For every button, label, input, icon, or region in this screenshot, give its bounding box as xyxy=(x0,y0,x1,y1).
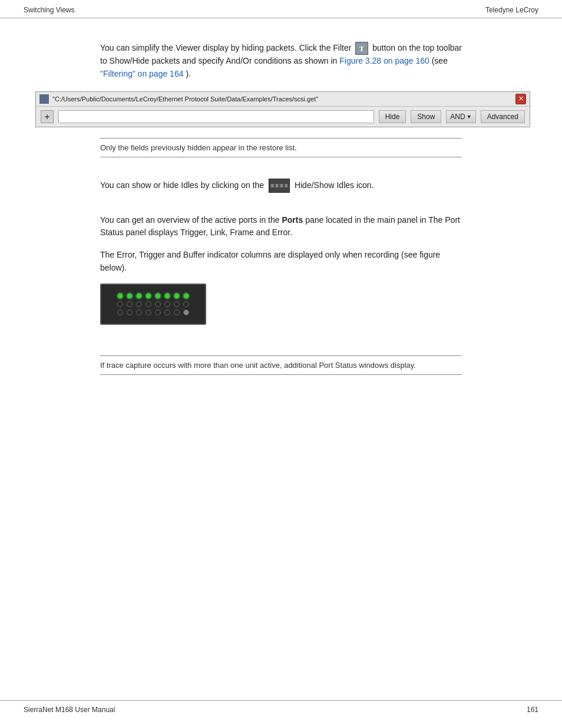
footer-right: 161 xyxy=(527,706,538,714)
filter-and-label: AND xyxy=(450,113,465,121)
filter-and-arrow: ▼ xyxy=(467,114,472,120)
filter-close-button[interactable]: ✕ xyxy=(515,94,526,104)
para2-before: You can show or hide Idles by clicking o… xyxy=(100,180,266,189)
main-content: You can simplify the Viewer display by h… xyxy=(0,18,562,396)
port-row-green xyxy=(117,293,189,299)
port-dot xyxy=(164,301,170,307)
para1-text-before: You can simplify the Viewer display by h… xyxy=(100,43,353,52)
port-dot xyxy=(127,293,133,299)
port-dot xyxy=(127,309,133,315)
hide-show-idles-icon xyxy=(269,179,290,193)
para1-end: ). xyxy=(186,69,191,78)
paragraph-4: The Error, Trigger and Buffer indicator … xyxy=(100,249,462,274)
para4-text: The Error, Trigger and Buffer indicator … xyxy=(100,250,440,272)
header-left: Switching Views xyxy=(24,6,74,14)
port-dot xyxy=(136,301,142,307)
note-2-text: If trace capture occurs with more than o… xyxy=(100,361,416,370)
filter-advanced-button[interactable]: Advanced xyxy=(481,110,525,123)
note-1: Only the fields previously hidden appear… xyxy=(100,138,462,157)
port-dot xyxy=(117,301,123,307)
filter-input-area[interactable] xyxy=(58,110,374,123)
port-row-empty-2 xyxy=(117,309,189,315)
filter-and-dropdown[interactable]: AND ▼ xyxy=(446,110,475,123)
port-row-empty-1 xyxy=(117,301,189,307)
port-dot xyxy=(117,293,123,299)
filter-toolbar-screenshot: "C:/Users/Public/Documents/LeCroy/Ethern… xyxy=(35,91,530,127)
port-dot xyxy=(164,309,170,315)
filter-plus-button[interactable]: + xyxy=(41,110,54,123)
footer-left: SierraNet M168 User Manual xyxy=(24,706,115,714)
port-status-image xyxy=(100,284,206,325)
filter-show-button[interactable]: Show xyxy=(411,110,441,123)
port-dot xyxy=(146,301,151,307)
page-footer: SierraNet M168 User Manual 161 xyxy=(0,700,562,714)
paragraph-1: You can simplify the Viewer display by h… xyxy=(100,42,462,81)
note-2: If trace capture occurs with more than o… xyxy=(100,355,462,375)
port-dot-small xyxy=(183,309,189,315)
filter-icon-inline: T xyxy=(355,42,368,55)
page-header: Switching Views Teledyne LeCroy xyxy=(0,0,562,18)
para1-mid: (see xyxy=(432,56,448,65)
filter-title-text: "C:/Users/Public/Documents/LeCroy/Ethern… xyxy=(52,95,318,103)
filter-title-bar: "C:/Users/Public/Documents/LeCroy/Ethern… xyxy=(36,92,530,107)
paragraph-2: You can show or hide Idles by clicking o… xyxy=(100,179,462,193)
port-dot xyxy=(136,309,142,315)
filtering-link[interactable]: "Filtering" on page 164 xyxy=(100,69,183,78)
para2-after: Hide/Show Idles icon. xyxy=(295,180,374,189)
svg-rect-2 xyxy=(363,47,366,49)
filter-hide-button[interactable]: Hide xyxy=(379,110,406,123)
port-dot xyxy=(183,293,189,299)
port-dot xyxy=(155,301,161,307)
port-dot xyxy=(174,301,180,307)
port-dot xyxy=(164,293,170,299)
para3-bold: Ports xyxy=(282,215,303,225)
filter-toolbar-body: + Hide Show AND ▼ Advanced xyxy=(36,107,530,127)
port-dot xyxy=(155,309,161,315)
port-dot xyxy=(174,293,180,299)
header-right: Teledyne LeCroy xyxy=(485,6,538,14)
port-dot xyxy=(127,301,133,307)
para3-before: You can get an overview of the active po… xyxy=(100,215,282,225)
port-dot xyxy=(146,293,151,299)
note-1-text: Only the fields previously hidden appear… xyxy=(100,143,297,152)
port-dot xyxy=(183,301,189,307)
filter-title-left: "C:/Users/Public/Documents/LeCroy/Ethern… xyxy=(39,94,318,104)
port-dot xyxy=(146,309,151,315)
filter-window-icon xyxy=(39,94,49,104)
port-dot xyxy=(117,309,123,315)
figure-link[interactable]: Figure 3.28 on page 160 xyxy=(339,56,429,65)
port-dot xyxy=(136,293,142,299)
port-dot xyxy=(174,309,180,315)
paragraph-3: You can get an overview of the active po… xyxy=(100,214,462,239)
port-dot xyxy=(155,293,161,299)
